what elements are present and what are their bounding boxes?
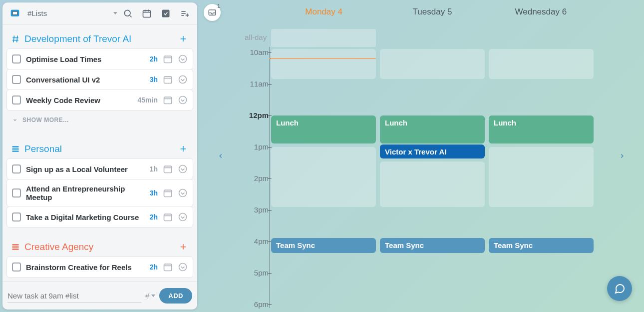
svg-rect-36 [164,214,172,220]
task-title: Attend an Entrepreneurship Meetup [26,184,145,202]
free-block[interactable] [489,49,594,79]
schedule-icon[interactable] [163,54,173,64]
add-button[interactable]: ADD [159,288,192,304]
event-team-sync[interactable]: Team Sync [380,238,485,253]
svg-point-44 [179,264,187,271]
caret-down-icon [113,12,117,14]
sidebar-footer: # ADD [2,282,197,310]
sidebar-body: Development of Trevor AI + Optimise Load… [2,24,197,282]
day-header-mon[interactable]: Monday 4 [270,7,378,17]
list-group-dev: Development of Trevor AI + Optimise Load… [5,28,194,130]
svg-rect-18 [164,56,172,62]
free-block[interactable] [380,162,485,207]
hash-selector[interactable]: # [145,292,155,300]
lists-dropdown[interactable]: #Lists [25,9,117,18]
schedule-icon[interactable] [163,262,173,272]
svg-rect-29 [12,150,18,152]
inbox-button[interactable]: 1 [204,4,221,21]
task-item[interactable]: Brainstorm Creative for Reels 2h [6,256,193,278]
task-item[interactable]: Take a Digital Marketing Course 2h [6,206,193,228]
task-duration: 1h [150,165,158,173]
hour-label: 2pm [245,174,269,182]
calendar-grid: 10am 11am 12pm 1pm 2pm 3pm 4pm 5pm 6pm L… [245,29,595,308]
free-block[interactable] [271,49,376,79]
schedule-icon[interactable] [163,95,173,105]
more-icon[interactable] [178,188,188,198]
task-checkbox[interactable] [12,54,21,64]
add-task-button[interactable]: + [177,32,189,46]
more-icon[interactable] [178,95,188,105]
task-duration: 2h [150,263,158,271]
list-group-title: Development of Trevor AI [24,34,177,44]
stack-icon [10,144,20,154]
show-more-button[interactable]: SHOW MORE... [5,110,194,130]
calendar-body[interactable]: Lunch Team Sync Lunch Victor x Trevor AI… [270,29,595,308]
task-checkbox[interactable] [12,212,21,222]
svg-rect-24 [164,97,172,104]
event-lunch[interactable]: Lunch [380,116,485,144]
app-icon[interactable] [6,5,23,22]
more-icon[interactable] [178,164,188,174]
task-checkbox[interactable] [12,188,21,198]
add-task-button[interactable]: + [177,142,189,156]
svg-rect-33 [164,190,172,196]
day-header-wed[interactable]: Wednesday 6 [487,7,595,17]
svg-rect-41 [12,248,18,250]
new-task-input[interactable] [7,290,141,302]
more-icon[interactable] [178,212,188,222]
svg-point-26 [179,96,187,104]
more-icon[interactable] [178,54,188,64]
task-duration: 45min [138,96,158,104]
day-header-tue[interactable]: Tuesday 5 [378,7,486,17]
task-item[interactable]: Optimise Load Times 2h [6,48,193,70]
list-group-title: Creative Agency [24,242,177,252]
caret-down-icon [151,294,155,297]
svg-rect-42 [164,264,172,270]
schedule-icon[interactable] [163,188,173,198]
schedule-icon[interactable] [163,74,173,84]
calendar-icon[interactable] [138,5,155,22]
free-block[interactable] [489,147,594,207]
task-item[interactable]: Sign up as a Local Volunteer 1h [6,158,193,180]
more-icon[interactable] [178,262,188,272]
add-task-button[interactable]: + [177,240,189,254]
prev-week-button[interactable] [214,149,228,163]
task-checkbox[interactable] [12,262,21,272]
schedule-icon[interactable] [163,164,173,174]
event-lunch[interactable]: Lunch [489,116,594,144]
show-more-label: SHOW MORE... [22,116,69,124]
svg-line-3 [130,15,132,17]
task-checkbox[interactable] [12,164,21,174]
free-block[interactable] [380,49,485,79]
chat-button[interactable] [607,276,632,301]
more-icon[interactable] [178,74,188,84]
event-lunch[interactable]: Lunch [271,116,376,144]
svg-rect-1 [12,11,17,14]
hour-label: 10am [245,48,269,56]
task-item[interactable]: Weekly Code Review 45min [6,90,193,110]
task-checkbox[interactable] [12,75,21,84]
event-team-sync[interactable]: Team Sync [489,238,594,253]
list-group-agency: Creative Agency + Brainstorm Creative fo… [5,236,194,278]
list-group-header[interactable]: Personal + [5,138,194,158]
free-block[interactable] [271,147,376,207]
schedule-icon[interactable] [163,212,173,222]
list-group-header[interactable]: Creative Agency + [5,236,194,256]
add-list-icon[interactable] [176,5,193,22]
svg-line-17 [17,36,18,42]
event-meeting[interactable]: Victor x Trevor AI [380,144,485,158]
hour-label: 6pm [245,300,269,308]
list-group-header[interactable]: Development of Trevor AI + [5,28,194,48]
calendar-day-mon: Lunch Team Sync [271,29,376,308]
search-icon[interactable] [119,5,136,22]
task-duration: 3h [150,76,158,84]
hour-label: 3pm [245,206,269,214]
next-week-button[interactable] [615,149,629,163]
task-item[interactable]: Conversational UI v2 3h [6,69,193,90]
task-item[interactable]: Attend an Entrepreneurship Meetup 3h [6,179,193,207]
event-team-sync[interactable]: Team Sync [271,238,376,253]
svg-point-23 [179,76,187,84]
completed-icon[interactable] [157,5,174,22]
sidebar: #Lists Development of Trevor AI + [2,2,197,310]
task-checkbox[interactable] [12,96,21,104]
